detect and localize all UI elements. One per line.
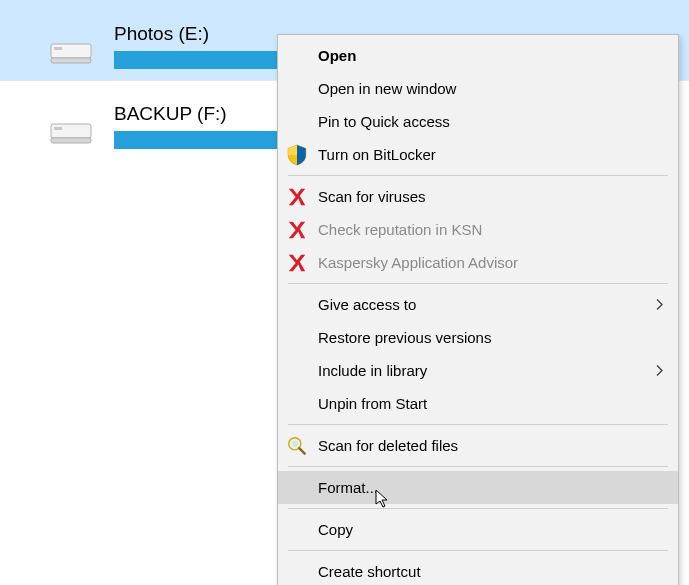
blank-icon: [286, 519, 308, 541]
svg-rect-2: [51, 58, 91, 63]
menu-label: Give access to: [318, 296, 662, 313]
drive-icon: [50, 37, 92, 65]
kaspersky-icon: [286, 219, 308, 241]
menu-item-check-ksn: Check reputation in KSN: [278, 213, 678, 246]
kaspersky-icon: [286, 252, 308, 274]
menu-separator: [288, 175, 668, 176]
menu-separator: [288, 508, 668, 509]
menu-separator: [288, 466, 668, 467]
menu-item-restore-versions[interactable]: Restore previous versions: [278, 321, 678, 354]
menu-separator: [288, 550, 668, 551]
magnifier-icon: [286, 435, 308, 457]
chevron-right-icon: [656, 362, 664, 379]
menu-label: Copy: [318, 521, 662, 538]
svg-line-8: [299, 448, 305, 454]
svg-rect-0: [51, 44, 91, 58]
menu-label: Scan for viruses: [318, 188, 662, 205]
blank-icon: [286, 78, 308, 100]
menu-item-kaspersky-advisor: Kaspersky Application Advisor: [278, 246, 678, 279]
menu-item-open-new-window[interactable]: Open in new window: [278, 72, 678, 105]
menu-item-scan-deleted[interactable]: Scan for deleted files: [278, 429, 678, 462]
chevron-right-icon: [656, 296, 664, 313]
svg-point-7: [292, 440, 299, 447]
menu-label: Kaspersky Application Advisor: [318, 254, 662, 271]
menu-item-include-library[interactable]: Include in library: [278, 354, 678, 387]
menu-item-give-access[interactable]: Give access to: [278, 288, 678, 321]
menu-label: Unpin from Start: [318, 395, 662, 412]
menu-label: Pin to Quick access: [318, 113, 662, 130]
blank-icon: [286, 111, 308, 133]
svg-rect-5: [51, 138, 91, 143]
menu-label: Turn on BitLocker: [318, 146, 662, 163]
kaspersky-icon: [286, 186, 308, 208]
blank-icon: [286, 45, 308, 67]
blank-icon: [286, 360, 308, 382]
blank-icon: [286, 327, 308, 349]
svg-rect-3: [51, 124, 91, 138]
blank-icon: [286, 561, 308, 583]
menu-item-open[interactable]: Open: [278, 39, 678, 72]
menu-item-bitlocker[interactable]: Turn on BitLocker: [278, 138, 678, 171]
blank-icon: [286, 393, 308, 415]
menu-separator: [288, 283, 668, 284]
blank-icon: [286, 477, 308, 499]
context-menu: Open Open in new window Pin to Quick acc…: [277, 34, 679, 585]
menu-label: Scan for deleted files: [318, 437, 662, 454]
menu-separator: [288, 424, 668, 425]
menu-item-scan-viruses[interactable]: Scan for viruses: [278, 180, 678, 213]
svg-rect-4: [54, 127, 62, 130]
menu-item-format[interactable]: Format...: [278, 471, 678, 504]
shield-icon: [286, 144, 308, 166]
menu-label: Open in new window: [318, 80, 662, 97]
menu-item-unpin-start[interactable]: Unpin from Start: [278, 387, 678, 420]
menu-label: Check reputation in KSN: [318, 221, 662, 238]
menu-label: Create shortcut: [318, 563, 662, 580]
svg-rect-1: [54, 47, 62, 50]
drive-icon: [50, 117, 92, 145]
menu-item-create-shortcut[interactable]: Create shortcut: [278, 555, 678, 585]
menu-label: Format...: [318, 479, 662, 496]
blank-icon: [286, 294, 308, 316]
menu-label: Open: [318, 47, 662, 64]
menu-item-copy[interactable]: Copy: [278, 513, 678, 546]
menu-item-pin-quick-access[interactable]: Pin to Quick access: [278, 105, 678, 138]
menu-label: Restore previous versions: [318, 329, 662, 346]
menu-label: Include in library: [318, 362, 662, 379]
